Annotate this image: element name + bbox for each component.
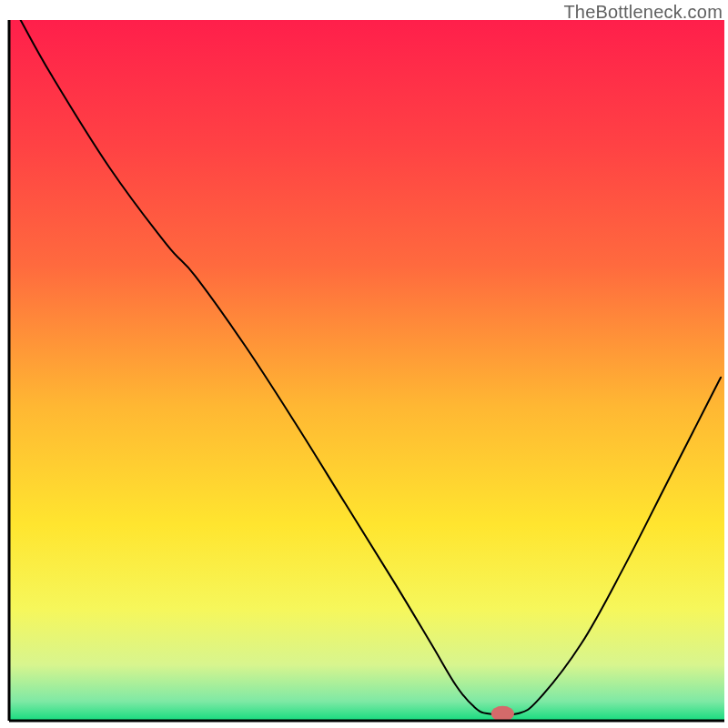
watermark-text: TheBottleneck.com <box>563 2 723 23</box>
optimal-point-marker <box>491 706 514 722</box>
gradient-background <box>9 20 724 721</box>
bottleneck-chart <box>0 0 728 728</box>
chart-container: TheBottleneck.com <box>0 0 728 728</box>
